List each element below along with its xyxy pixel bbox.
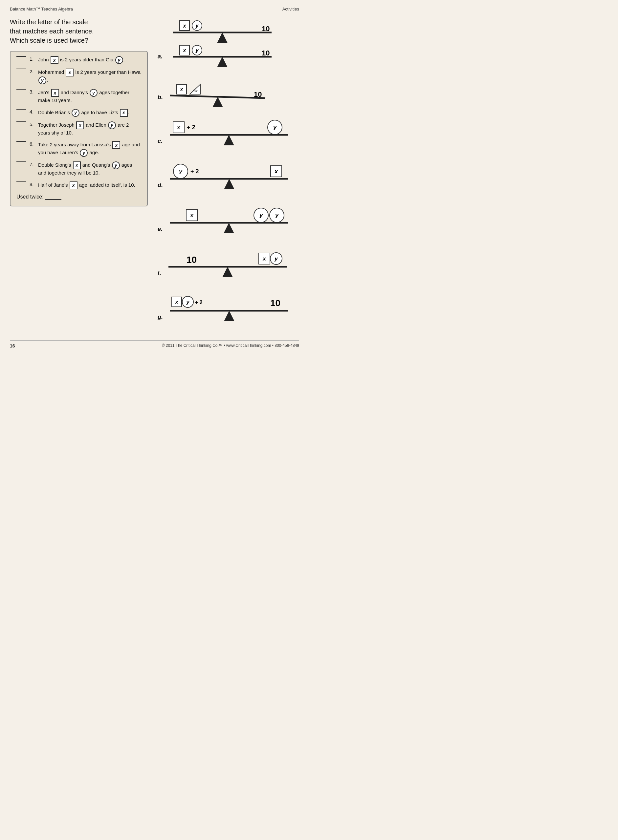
svg-text:10: 10 <box>262 25 270 33</box>
instructions-line3: Which scale is used twice? <box>10 37 88 44</box>
var-x-2: x <box>66 68 74 77</box>
var-y-1: y <box>115 56 123 64</box>
scale-label-a: a. <box>157 53 163 60</box>
problem-num-4: 4. <box>30 109 34 114</box>
var-y-6: y <box>80 149 88 157</box>
answer-blank-4[interactable] <box>16 109 26 110</box>
scale-svg-c: x + 2 y <box>166 119 305 154</box>
used-twice-blank[interactable] <box>45 199 61 200</box>
var-x-7: x <box>73 161 81 169</box>
page-footer: 16 © 2011 The Critical Thinking Co.™ • w… <box>10 340 299 348</box>
svg-text:x: x <box>262 256 266 262</box>
svg-text:x: x <box>190 212 194 219</box>
page-header: Balance Math™ Teaches Algebra Activities <box>10 7 299 12</box>
problem-num-8: 8. <box>30 181 34 187</box>
svg-text:10: 10 <box>270 298 281 308</box>
var-x-6: x <box>112 141 120 149</box>
svg-text:+ 2: + 2 <box>187 124 195 130</box>
used-twice-label: Used twice: <box>16 194 44 200</box>
problem-4: 4. Double Brian's y age to have Liz's x. <box>16 109 141 117</box>
right-panel: a. x y 10 x y 10 <box>157 18 305 330</box>
main-content: Write the letter of the scale that match… <box>10 18 299 330</box>
var-x-5: x <box>76 121 84 129</box>
svg-text:x: x <box>180 87 184 92</box>
problem-num-3: 3. <box>30 89 34 95</box>
scale-c: c. x + 2 y <box>157 119 305 154</box>
var-x-8: x <box>70 181 77 189</box>
scale-d: d. y + 2 x <box>157 162 305 199</box>
svg-marker-6 <box>217 33 227 43</box>
var-y-2: y <box>39 77 46 84</box>
svg-marker-27 <box>224 135 234 145</box>
scale-label-c: c. <box>157 138 163 145</box>
svg-text:y: y <box>179 168 183 175</box>
problem-3: 3. Jen's x and Danny's y ages together m… <box>16 89 141 104</box>
svg-text:y: y <box>195 23 199 28</box>
answer-blank-3[interactable] <box>16 89 26 90</box>
problem-5: 5. Together Joseph x and Ellen y are 2 y… <box>16 121 141 137</box>
svg-text:½x: ½x <box>193 89 198 93</box>
svg-text:+ 2: + 2 <box>190 168 199 175</box>
answer-blank-2[interactable] <box>16 68 26 69</box>
svg-text:y: y <box>259 212 263 219</box>
scale-svg-a: x y 10 x y 10 <box>166 18 298 70</box>
answer-blank-1[interactable] <box>16 56 26 57</box>
svg-text:x: x <box>274 168 278 175</box>
problem-box: 1. John x is 2 years older than Gia y. 2… <box>10 51 148 206</box>
var-y-5: y <box>108 121 116 129</box>
scale-a: a. x y 10 x y 10 <box>157 18 305 70</box>
problem-num-7: 7. <box>30 161 34 167</box>
svg-text:x: x <box>175 299 178 305</box>
svg-text:y: y <box>273 124 277 130</box>
scale-b: b. x ½x 10 <box>157 78 305 111</box>
scale-label-e: e. <box>157 226 163 233</box>
scale-svg-d: y + 2 x <box>167 162 305 199</box>
svg-text:10: 10 <box>187 255 197 265</box>
scale-svg-g: x y + 2 10 <box>167 294 305 330</box>
scale-label-d: d. <box>157 182 163 189</box>
svg-marker-57 <box>224 311 235 321</box>
problem-num-5: 5. <box>30 121 34 127</box>
var-y-4: y <box>71 109 79 117</box>
copyright: © 2011 The Critical Thinking Co.™ • www.… <box>162 343 299 348</box>
problem-text-1: John x is 2 years older than Gia y. <box>38 56 141 64</box>
svg-marker-34 <box>224 179 235 189</box>
answer-blank-5[interactable] <box>16 121 26 122</box>
var-y-3: y <box>90 89 98 97</box>
svg-text:+ 2: + 2 <box>195 299 203 305</box>
page-number: 16 <box>10 343 15 348</box>
problem-num-2: 2. <box>30 68 34 74</box>
svg-text:10: 10 <box>262 49 270 57</box>
var-x-4: x <box>120 109 128 117</box>
problem-text-2: Mohammed x is 2 years younger than Hawa … <box>38 68 141 84</box>
answer-blank-6[interactable] <box>16 141 26 142</box>
problem-7: 7. Double Siong's x and Quang's y ages a… <box>16 161 141 177</box>
problem-text-7: Double Siong's x and Quang's y ages and … <box>38 161 141 177</box>
instructions-line1: Write the letter of the scale <box>10 18 88 25</box>
svg-text:y: y <box>275 212 279 219</box>
svg-text:x: x <box>183 23 187 28</box>
problem-num-6: 6. <box>30 141 34 147</box>
problem-text-4: Double Brian's y age to have Liz's x. <box>38 109 141 117</box>
scale-label-b: b. <box>157 94 163 101</box>
svg-marker-13 <box>217 57 227 67</box>
svg-marker-49 <box>222 267 233 277</box>
svg-text:x: x <box>183 47 187 53</box>
var-x-1: x <box>51 56 58 64</box>
problem-text-3: Jen's x and Danny's y ages together make… <box>38 89 141 104</box>
scale-svg-b: x ½x 10 <box>167 78 298 111</box>
svg-marker-42 <box>224 223 234 233</box>
svg-text:y: y <box>186 299 189 305</box>
instructions-line2: that matches each sentence. <box>10 28 94 35</box>
header-left: Balance Math™ Teaches Algebra <box>10 7 73 12</box>
scale-f: f. 10 x y <box>157 250 305 286</box>
svg-text:10: 10 <box>254 90 262 98</box>
problem-2: 2. Mohammed x is 2 years younger than Ha… <box>16 68 141 84</box>
scale-e: e. x y y <box>157 206 305 243</box>
answer-blank-7[interactable] <box>16 161 26 162</box>
scale-svg-f: 10 x y <box>165 250 303 286</box>
answer-blank-8[interactable] <box>16 181 26 182</box>
svg-text:y: y <box>195 47 199 53</box>
scale-svg-e: x y y <box>166 206 305 243</box>
var-y-7: y <box>112 161 120 169</box>
